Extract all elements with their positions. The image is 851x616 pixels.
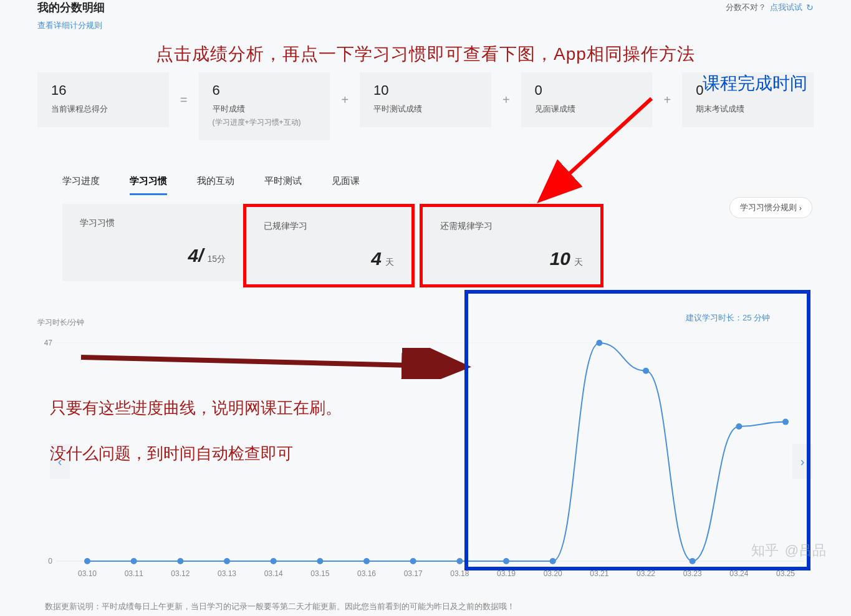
habit-rules-button[interactable]: 学习习惯分规则 › xyxy=(729,197,812,218)
svg-text:03.14: 03.14 xyxy=(264,569,283,578)
chevron-right-icon: › xyxy=(799,203,802,213)
annotation-mid-line2: 没什么问题，到时间自动检查即可 xyxy=(50,438,342,469)
svg-text:03.20: 03.20 xyxy=(544,569,562,578)
score-regular-sub: (学习进度+学习习惯+互动) xyxy=(213,117,317,128)
watermark-user: @吕品 xyxy=(785,541,826,560)
score-regular-value: 6 xyxy=(213,84,317,97)
rules-link[interactable]: 查看详细计分规则 xyxy=(37,20,102,31)
tab-interact[interactable]: 我的互动 xyxy=(197,175,234,195)
watermark: 知乎 @吕品 xyxy=(751,541,826,560)
score-breakdown: 16 当前课程总得分 = 6 平时成绩 (学习进度+学习习惯+互动) + 10 … xyxy=(37,72,814,140)
score-test: 10 平时测试成绩 xyxy=(360,72,491,127)
tabs: 学习进度 学习习惯 我的互动 平时测试 见面课 xyxy=(37,175,814,195)
svg-point-18 xyxy=(736,423,742,430)
page-title: 我的分数明细 xyxy=(37,0,105,15)
svg-text:03.23: 03.23 xyxy=(683,569,702,578)
op-equals: = xyxy=(169,93,199,107)
tab-test[interactable]: 平时测试 xyxy=(264,175,302,195)
svg-text:03.15: 03.15 xyxy=(310,569,329,578)
svg-point-14 xyxy=(550,558,556,564)
data-update-note: 数据更新说明：平时成绩每日上午更新，当日学习的记录一般要等第二天才能更新。因此您… xyxy=(37,601,814,612)
habit-score-card: 学习习惯 4/15分 xyxy=(62,204,243,281)
svg-point-13 xyxy=(503,558,509,564)
svg-point-4 xyxy=(84,558,90,564)
svg-point-5 xyxy=(131,558,137,564)
habit-cards: 学习习惯 4/15分 已规律学习 4天 还需规律学习 10天 xyxy=(37,204,814,287)
svg-point-17 xyxy=(690,558,696,564)
habit-score-value: 4/ xyxy=(188,245,203,266)
score-total: 16 当前课程总得分 xyxy=(37,72,169,127)
habit-done-title: 已规律学习 xyxy=(264,221,394,232)
svg-text:03.18: 03.18 xyxy=(450,569,469,578)
habit-done-card: 已规律学习 4天 xyxy=(243,204,415,287)
score-meeting-label: 见面课成绩 xyxy=(535,103,639,115)
svg-text:47: 47 xyxy=(44,339,53,347)
svg-text:03.13: 03.13 xyxy=(218,569,236,578)
annotation-top-blue: 课程完成时间 xyxy=(703,72,807,95)
watermark-brand: 知乎 xyxy=(751,541,779,560)
habit-score-title: 学习习惯 xyxy=(80,218,226,229)
svg-text:0: 0 xyxy=(48,557,52,565)
score-test-value: 10 xyxy=(373,84,478,97)
feedback-area: 分数不对？ 点我试试 ↻ xyxy=(726,2,814,13)
svg-point-16 xyxy=(643,368,649,374)
chart-next-button[interactable]: › xyxy=(792,444,812,479)
score-meeting: 0 见面课成绩 xyxy=(521,72,653,127)
score-meeting-value: 0 xyxy=(535,84,639,97)
svg-point-15 xyxy=(596,340,602,346)
habit-score-unit: 15分 xyxy=(207,254,226,264)
svg-text:03.16: 03.16 xyxy=(357,569,376,578)
svg-text:03.25: 03.25 xyxy=(776,569,795,578)
op-plus-3: + xyxy=(652,93,682,107)
svg-point-9 xyxy=(317,558,323,564)
svg-text:03.22: 03.22 xyxy=(637,569,655,578)
habit-done-unit: 天 xyxy=(385,257,394,267)
feedback-link[interactable]: 点我试试 xyxy=(770,2,802,13)
svg-text:03.24: 03.24 xyxy=(729,569,748,578)
refresh-icon[interactable]: ↻ xyxy=(806,2,814,12)
chart-hint: 建议学习时长：25 分钟 xyxy=(686,312,770,324)
svg-point-7 xyxy=(224,558,230,564)
op-plus-1: + xyxy=(330,93,360,107)
habit-need-card: 还需规律学习 10天 xyxy=(420,204,603,287)
habit-need-title: 还需规律学习 xyxy=(440,221,583,232)
annotation-mid-red: 只要有这些进度曲线，说明网课正在刷。 没什么问题，到时间自动检查即可 xyxy=(50,393,342,469)
score-regular-label: 平时成绩 xyxy=(213,103,317,115)
habit-rules-label: 学习习惯分规则 xyxy=(740,202,797,213)
svg-point-6 xyxy=(177,558,183,564)
tab-habit[interactable]: 学习习惯 xyxy=(130,175,167,195)
score-total-value: 16 xyxy=(51,84,155,97)
svg-text:03.21: 03.21 xyxy=(590,569,608,578)
svg-text:03.11: 03.11 xyxy=(125,569,143,578)
svg-point-19 xyxy=(782,419,789,425)
svg-text:03.17: 03.17 xyxy=(404,569,423,578)
svg-text:03.12: 03.12 xyxy=(171,569,190,578)
annotation-top-red: 点击成绩分析，再点一下学习习惯即可查看下图，App相同操作方法 xyxy=(37,42,814,66)
op-plus-2: + xyxy=(491,93,521,107)
score-test-label: 平时测试成绩 xyxy=(373,103,478,115)
score-regular: 6 平时成绩 (学习进度+学习习惯+互动) xyxy=(199,72,330,140)
svg-point-11 xyxy=(410,558,416,564)
svg-point-8 xyxy=(271,558,277,564)
svg-text:03.10: 03.10 xyxy=(78,569,97,578)
tab-meeting[interactable]: 见面课 xyxy=(332,175,360,195)
svg-point-12 xyxy=(456,558,463,564)
tab-progress[interactable]: 学习进度 xyxy=(62,175,100,195)
habit-done-value: 4 xyxy=(371,248,382,269)
habit-need-value: 10 xyxy=(550,248,570,269)
score-total-label: 当前课程总得分 xyxy=(51,103,155,115)
score-final-label: 期末考试成绩 xyxy=(696,103,800,115)
habit-need-unit: 天 xyxy=(574,257,583,267)
annotation-mid-line1: 只要有这些进度曲线，说明网课正在刷。 xyxy=(50,393,342,423)
svg-text:03.19: 03.19 xyxy=(497,569,516,578)
feedback-prefix: 分数不对？ xyxy=(726,2,766,13)
svg-point-10 xyxy=(363,558,370,564)
